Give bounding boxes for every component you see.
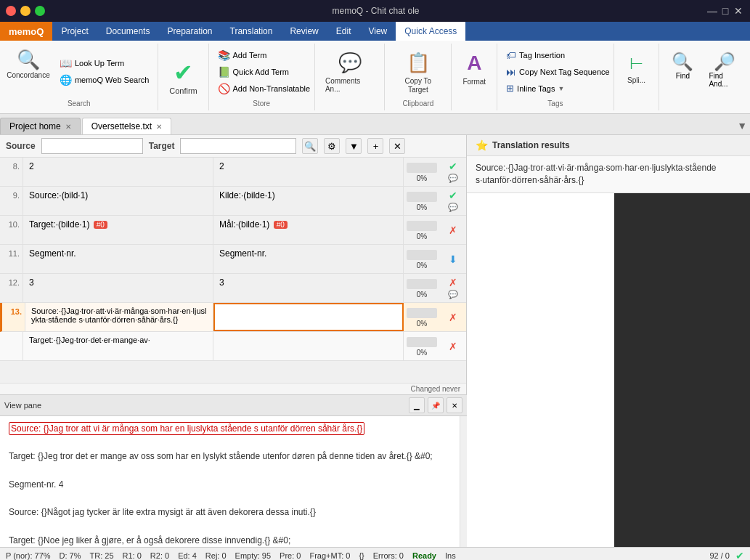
x-icon: ✗ <box>449 341 457 352</box>
dot-red[interactable] <box>6 6 16 16</box>
table-row[interactable]: Target:·{}Jeg·tror·det·er·mange·av· 0% ✗ <box>0 332 466 361</box>
results-icon: ⭐ <box>476 139 488 151</box>
menu-view[interactable]: View <box>359 22 396 41</box>
dot-green[interactable] <box>35 6 45 16</box>
tab-project-home-close[interactable]: ✕ <box>65 123 71 131</box>
status-d: D: 7% <box>60 551 81 560</box>
target-search-input[interactable] <box>180 138 296 154</box>
status-p-nor: P (nor): 77% <box>6 551 51 560</box>
menu-documents[interactable]: Documents <box>97 22 159 41</box>
confirm-label: Confirm <box>169 86 197 95</box>
copy-next-tag-button[interactable]: ⏭ Copy Next Tag Sequence <box>502 65 609 79</box>
add-filter-button[interactable]: + <box>367 138 383 154</box>
source-search-input[interactable] <box>41 138 143 154</box>
memoq-web-button[interactable]: 🌐 memoQ Web Search <box>55 73 154 87</box>
concordance-button[interactable]: 🔍 Concordance <box>4 46 52 97</box>
concordance-icon: 🔍 <box>17 49 40 71</box>
inline-tags-button[interactable]: ⊞ Inline Tags ▼ <box>502 81 609 95</box>
seg-num-12: 12. <box>0 274 23 302</box>
add-non-button[interactable]: 🚫 Add Non-Translatable <box>213 81 310 96</box>
target-label: Target <box>149 141 175 151</box>
results-dark-panel <box>614 193 750 547</box>
table-row[interactable]: 13. Source:·{}Jag·tror·att·vi·är·många·s… <box>0 303 466 332</box>
tab-project-home[interactable]: Project home ✕ <box>0 118 81 134</box>
changed-label: Changed <box>411 385 441 393</box>
seg-target-9: Kilde:·(bilde·1) <box>213 187 404 215</box>
status-check-icon: ✔ <box>735 550 744 561</box>
add-term-icon: 📚 <box>218 49 230 61</box>
chat-icon: 💬 <box>448 174 458 183</box>
seg-pct-8: 0% <box>404 158 440 186</box>
menu-preparation[interactable]: Preparation <box>158 22 221 41</box>
find-and-button[interactable]: 🔎 Find And... <box>703 49 746 90</box>
clear-filter-button[interactable]: ✕ <box>389 138 405 154</box>
dot-yellow[interactable] <box>20 6 30 16</box>
tag-insertion-label: Tag Insertion <box>519 51 565 60</box>
ribbon-group-clipboard: 📋 Copy To Target Clipboard <box>385 44 452 110</box>
inline-tags-dropdown[interactable]: ▼ <box>558 85 564 92</box>
comments-button[interactable]: 💬 Comments An... <box>319 46 380 107</box>
menu-quick-access[interactable]: Quick Access <box>396 22 465 41</box>
seg-num-13: 13. <box>2 303 25 331</box>
table-row[interactable]: 9. Source:·(bild·1) Kilde:·(bilde·1) 0% … <box>0 187 466 216</box>
view-pane-body-row: Source: {}Jag tror att vi är många som h… <box>0 416 467 547</box>
tags-group-label: Tags <box>502 97 609 107</box>
quick-add-label: Quick Add Term <box>233 68 289 76</box>
table-row[interactable]: 11. Segment·nr. Segment-nr. 0% ⬇ <box>0 245 466 274</box>
view-pane-close[interactable]: ✕ <box>447 397 462 413</box>
menu-edit[interactable]: Edit <box>327 22 360 41</box>
copy-to-target-label: Copy To Target <box>395 77 441 94</box>
filter-settings-button[interactable]: ⚙ <box>324 138 340 154</box>
find-icon: 🔍 <box>672 52 693 72</box>
view-pane-scrollbar[interactable] <box>460 416 467 547</box>
seg-source-8: 2 <box>23 158 213 186</box>
menu-translation[interactable]: Translation <box>221 22 282 41</box>
lookup-term-button[interactable]: 📖 Look Up Term <box>55 56 154 70</box>
web-label: memoQ Web Search <box>75 76 150 84</box>
status-frag: Frag+MT: 0 <box>309 551 350 560</box>
add-term-button[interactable]: 📚 Add Term <box>213 48 310 62</box>
ribbon-group-confirm: ✔ Confirm <box>158 44 208 110</box>
seg-status-10: ✗ <box>440 216 466 244</box>
copy-next-icon: ⏭ <box>506 66 516 78</box>
confirm-button[interactable]: ✔ Confirm <box>163 46 203 107</box>
table-row[interactable]: 12. 3 3 0% ✗ 💬 <box>0 274 466 303</box>
format-icon: A <box>467 52 481 75</box>
store-group-label: Store <box>213 97 310 107</box>
seg-source-12: 3 <box>23 274 213 302</box>
source-preview-text: Source:·{}Jag·tror·att·vi·är·många·som·h… <box>476 163 717 185</box>
tabs-settings-icon[interactable]: ▼ <box>734 117 750 134</box>
seg-status-13: ✗ <box>440 303 466 331</box>
view-pane-minimize[interactable]: ▁ <box>409 397 425 413</box>
tab-oversettelse[interactable]: Oversettelse.txt ✕ <box>82 118 171 134</box>
filter-button[interactable]: ▼ <box>346 138 362 154</box>
seg-target-13[interactable] <box>213 303 404 331</box>
seg-num-10: 10. <box>0 216 23 244</box>
tag-insertion-button[interactable]: 🏷 Tag Insertion <box>502 48 609 62</box>
menu-review[interactable]: Review <box>281 22 327 41</box>
split-button[interactable]: ⊢ Spli... <box>618 46 656 107</box>
close-button[interactable]: ✕ <box>733 5 744 17</box>
format-button[interactable]: A Format <box>455 46 493 107</box>
search-button[interactable]: 🔍 <box>302 138 318 154</box>
tab-oversettelse-close[interactable]: ✕ <box>156 123 162 131</box>
find-button[interactable]: 🔍 Find <box>664 49 701 82</box>
view-pane-pin[interactable]: 📌 <box>428 397 444 413</box>
menu-project[interactable]: Project <box>52 22 97 41</box>
seg-pct-9: 0% <box>404 187 440 215</box>
tag-insertion-icon: 🏷 <box>506 49 516 61</box>
table-row[interactable]: 10. Target:·(bilde·1) #0 Mål:·(bilde·1) … <box>0 216 466 245</box>
copy-to-target-button[interactable]: 📋 Copy To Target <box>389 46 447 97</box>
status-empty: Empty: 95 <box>235 551 272 560</box>
arrow-icon: ⬇ <box>449 253 457 265</box>
quick-add-term-button[interactable]: 📗 Quick Add Term <box>213 65 310 79</box>
status-r1: R1: 0 <box>123 551 142 560</box>
app-title: memoQ - Chit chat ole <box>45 6 706 16</box>
maximize-button[interactable]: □ <box>720 5 731 17</box>
format-label: Format <box>462 78 486 86</box>
main-content: Source Target 🔍 ⚙ ▼ + ✕ 8. 2 2 <box>0 135 750 547</box>
split-label: Spli... <box>627 76 645 84</box>
table-row[interactable]: 8. 2 2 0% ✔ 💬 <box>0 158 466 187</box>
brand-label[interactable]: memoQ <box>0 22 52 41</box>
minimize-button[interactable]: — <box>706 5 718 17</box>
